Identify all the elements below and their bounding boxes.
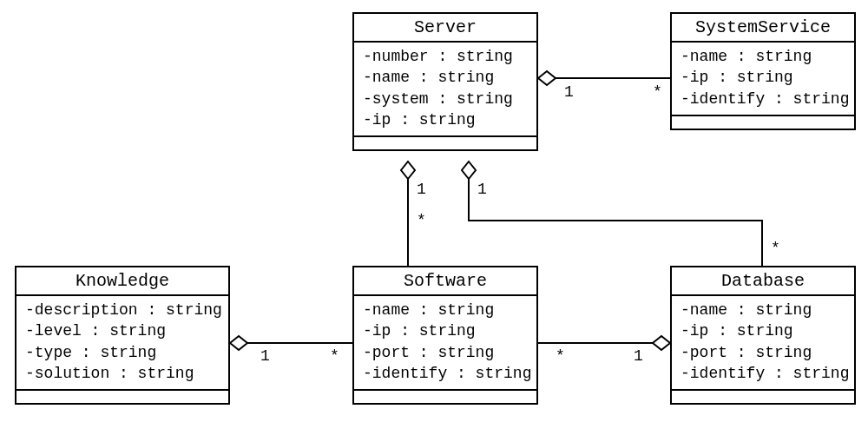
class-attrs: -name : string -ip : string -identify : …: [672, 43, 854, 116]
attr: -ip : string: [681, 320, 845, 341]
class-attrs: -number : string -name : string -system …: [354, 43, 536, 137]
attr: -number : string: [363, 46, 528, 67]
mult-label: *: [556, 347, 565, 365]
class-systemservice: SystemService -name : string -ip : strin…: [670, 12, 856, 130]
mult-label: *: [771, 240, 780, 257]
assoc-server-systemservice: [538, 71, 670, 85]
attr: -port : string: [363, 342, 528, 363]
class-knowledge: Knowledge -description : string -level :…: [15, 266, 230, 405]
attr: -level : string: [25, 320, 220, 341]
attr: -port : string: [681, 342, 845, 363]
mult-label: 1: [417, 181, 426, 198]
mult-label: 1: [564, 83, 574, 101]
mult-label: 1: [634, 347, 643, 365]
class-ops: [672, 116, 854, 129]
class-ops: [354, 391, 536, 403]
attr: -solution : string: [25, 363, 220, 384]
assoc-server-software: [401, 162, 415, 266]
mult-label: 1: [477, 181, 487, 198]
assoc-server-database: [462, 162, 762, 266]
attr: -identify : string: [681, 363, 845, 384]
class-title: Software: [354, 267, 536, 296]
class-title: Knowledge: [16, 267, 228, 296]
mult-label: *: [653, 83, 662, 101]
attr: -name : string: [363, 67, 528, 88]
class-title: Database: [672, 267, 854, 296]
class-attrs: -description : string -level : string -t…: [16, 296, 228, 391]
attr: -ip : string: [363, 320, 528, 341]
class-database: Database -name : string -ip : string -po…: [670, 266, 856, 405]
class-title: SystemService: [672, 14, 854, 43]
attr: -identify : string: [363, 363, 528, 384]
class-title: Server: [354, 14, 536, 43]
class-software: Software -name : string -ip : string -po…: [352, 266, 538, 405]
attr: -ip : string: [681, 67, 845, 88]
attr: -type : string: [25, 342, 220, 363]
class-server: Server -number : string -name : string -…: [352, 12, 538, 151]
class-attrs: -name : string -ip : string -port : stri…: [672, 296, 854, 391]
mult-label: *: [330, 347, 339, 365]
attr: -name : string: [363, 300, 528, 320]
class-ops: [16, 391, 228, 403]
attr: -system : string: [363, 89, 528, 109]
class-ops: [672, 391, 854, 403]
attr: -name : string: [681, 300, 845, 320]
attr: -identify : string: [681, 89, 845, 109]
attr: -ip : string: [363, 109, 528, 130]
mult-label: *: [417, 212, 426, 229]
attr: -description : string: [25, 300, 220, 320]
class-attrs: -name : string -ip : string -port : stri…: [354, 296, 536, 391]
attr: -name : string: [681, 46, 845, 67]
mult-label: 1: [260, 347, 270, 365]
class-ops: [354, 137, 536, 149]
